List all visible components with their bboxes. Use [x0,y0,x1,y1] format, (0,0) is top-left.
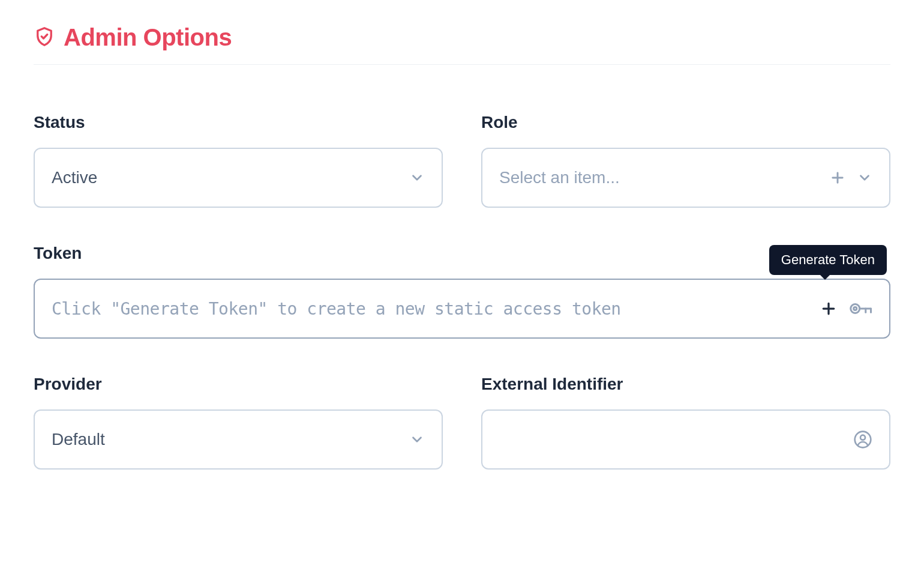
chevron-down-icon [857,170,872,186]
plus-icon[interactable] [829,169,846,186]
role-select[interactable]: Select an item... [481,148,890,208]
key-icon[interactable] [848,300,872,318]
field-external-identifier: External Identifier [481,375,890,470]
page-title: Admin Options [64,24,232,51]
field-provider: Provider Default [34,375,443,470]
chevron-down-icon [409,432,425,447]
status-select[interactable]: Active [34,148,443,208]
token-placeholder: Click "Generate Token" to create a new s… [52,299,621,319]
field-role: Role Select an item... [481,113,890,208]
provider-label: Provider [34,375,443,394]
plus-icon[interactable] [820,300,838,318]
role-placeholder: Select an item... [499,168,620,187]
field-status: Status Active [34,113,443,208]
provider-select[interactable]: Default [34,409,443,470]
row-token: Token Generate Token Click "Generate Tok… [34,244,890,339]
user-circle-icon [853,430,872,449]
provider-value: Default [52,430,105,449]
external-identifier-input[interactable] [481,409,890,470]
row-status-role: Status Active Role Select an item... [34,113,890,208]
row-provider-external: Provider Default External Identifier [34,375,890,470]
token-input[interactable]: Generate Token Click "Generate Token" to… [34,279,890,339]
field-token: Token Generate Token Click "Generate Tok… [34,244,890,339]
generate-token-tooltip: Generate Token [769,245,887,275]
role-label: Role [481,113,890,132]
token-label: Token [34,244,890,263]
section-header: Admin Options [34,24,890,65]
svg-point-0 [851,304,860,313]
shield-check-icon [34,26,55,50]
chevron-down-icon [409,170,425,186]
external-identifier-label: External Identifier [481,375,890,394]
status-label: Status [34,113,443,132]
svg-point-1 [854,307,857,310]
svg-point-3 [860,435,865,440]
status-value: Active [52,168,97,187]
